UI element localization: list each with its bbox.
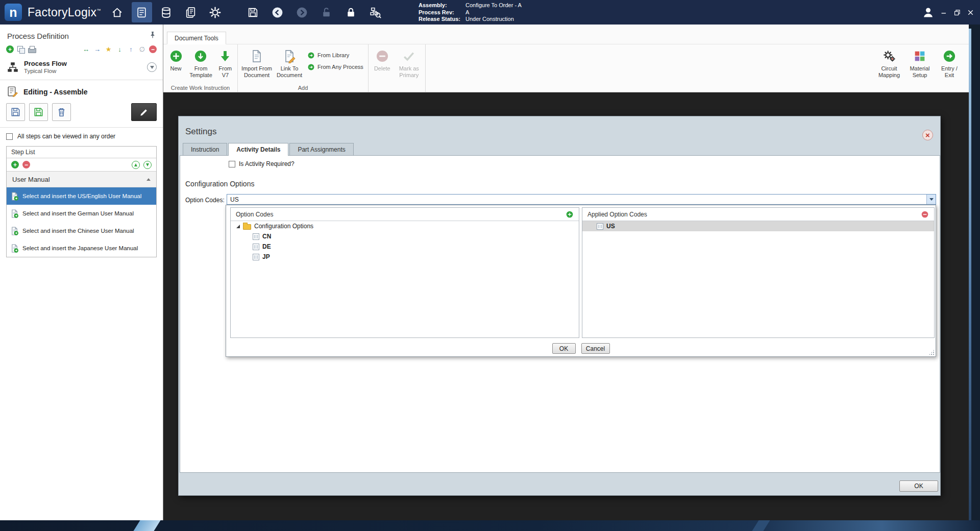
chevron-down-icon [929, 198, 934, 201]
tree-item[interactable]: JP [231, 252, 579, 262]
popup-cancel-button[interactable]: Cancel [581, 343, 610, 354]
edit-mode-button[interactable] [131, 103, 157, 121]
bottom-accent-2 [752, 520, 770, 531]
settings-button[interactable] [205, 2, 226, 22]
group-label: Add [238, 85, 368, 91]
document-arrow-icon [10, 244, 19, 253]
entry-exit-button[interactable]: Entry / Exit [936, 48, 963, 78]
tab-activity-details[interactable]: Activity Details [228, 143, 288, 156]
from-v7-button[interactable]: From V7 [215, 48, 235, 78]
restore-icon [953, 8, 962, 17]
material-setup-button[interactable]: Material Setup [905, 48, 934, 78]
save-button[interactable] [243, 2, 263, 22]
from-any-process-button[interactable]: From Any Process [305, 62, 365, 73]
mark-as-primary-button: Mark as Primary [395, 48, 423, 78]
applied-item-label: US [606, 223, 615, 230]
tree-item[interactable]: CN [231, 231, 579, 242]
check-icon [402, 49, 416, 63]
step-item[interactable]: Select and insert the US/English User Ma… [7, 187, 156, 205]
remove-icon[interactable] [149, 45, 157, 53]
process-search-icon [369, 6, 382, 19]
pin-icon[interactable] [149, 31, 158, 40]
new-button[interactable]: New [165, 48, 186, 72]
unlock-icon [320, 6, 333, 19]
combo-dropdown-button[interactable] [926, 195, 936, 204]
reports-button[interactable] [181, 2, 201, 22]
process-definition-button[interactable] [132, 2, 152, 22]
tree-item[interactable]: DE [231, 242, 579, 252]
import-icon[interactable] [115, 45, 124, 54]
process-rev-label: Process Rev: [419, 9, 465, 16]
any-order-checkbox[interactable] [6, 133, 13, 140]
applied-item[interactable]: US [582, 221, 934, 231]
expander-icon[interactable] [236, 225, 240, 228]
applied-list-title: Applied Option Codes [587, 211, 647, 218]
move-up-button[interactable] [132, 161, 140, 169]
tab-document-tools[interactable]: Document Tools [167, 32, 226, 44]
tree-root-row[interactable]: Configuration Options [231, 221, 579, 231]
process-definition-panel: Process Definition Process Flow Typical … [0, 25, 163, 520]
activity-required-checkbox[interactable] [229, 161, 235, 167]
release-status-value: Under Construction [465, 16, 514, 23]
tab-part-assignments[interactable]: Part Assignments [289, 143, 353, 155]
minimize-button[interactable] [940, 8, 948, 17]
copy-icon[interactable] [16, 45, 25, 54]
move-icon[interactable] [82, 45, 90, 54]
add-step-icon[interactable] [11, 161, 19, 168]
group-modify: Delete Mark as Primary [369, 44, 426, 92]
star-icon[interactable] [104, 45, 113, 54]
step-item[interactable]: Select and insert the Japanese User Manu… [7, 239, 156, 257]
disable-icon[interactable] [138, 45, 146, 54]
from-library-button[interactable]: From Library [305, 50, 365, 61]
forward-button [292, 2, 312, 22]
from-template-button[interactable]: From Template [187, 48, 214, 78]
data-management-button[interactable] [156, 2, 177, 22]
user-button[interactable] [921, 6, 935, 19]
gears-icon [882, 49, 896, 63]
option-codes-label: Option Codes: [185, 197, 225, 204]
remove-option-code-button[interactable] [921, 210, 929, 219]
window-controls [921, 0, 975, 25]
close-button[interactable] [966, 8, 975, 17]
logo-letter: n [9, 5, 17, 20]
ribbon: Document Tools New From Template From V7… [163, 25, 969, 92]
popup-ok-button[interactable]: OK [552, 343, 576, 354]
option-codes-popup: Option Codes Configuration Options CN [226, 205, 936, 357]
dialog-ok-button[interactable]: OK [899, 480, 938, 492]
import-from-document-button[interactable]: Import From Document [240, 48, 274, 78]
process-search-button[interactable] [365, 2, 386, 22]
back-button[interactable] [267, 2, 288, 22]
save-as-button[interactable] [29, 103, 48, 121]
dialog-close-icon[interactable] [922, 130, 933, 140]
lock-button[interactable] [341, 2, 361, 22]
add-icon[interactable] [6, 45, 14, 53]
home-button[interactable] [107, 2, 128, 22]
export-icon[interactable] [127, 45, 135, 54]
restore-button[interactable] [953, 8, 962, 17]
save-step-button[interactable] [6, 103, 25, 121]
remove-step-icon[interactable] [22, 161, 30, 168]
documents-icon [184, 6, 197, 19]
step-item[interactable]: Select and insert the Chinese User Manua… [7, 222, 156, 239]
assembly-info: Assembly:Configure To Order - A Process … [419, 2, 522, 23]
delete-step-button[interactable] [52, 103, 71, 121]
print-icon[interactable] [28, 45, 36, 54]
gear-icon [209, 6, 222, 19]
circuit-mapping-button[interactable]: Circuit Mapping [875, 48, 903, 78]
process-definition-icon [135, 6, 148, 19]
option-codes-combobox[interactable]: US [227, 194, 936, 205]
add-option-code-button[interactable] [566, 210, 574, 219]
step-group-header[interactable]: User Manual [7, 172, 156, 187]
expand-flow-button[interactable] [147, 62, 157, 72]
arrow-down-icon [146, 163, 149, 166]
tab-instruction[interactable]: Instruction [183, 143, 227, 155]
process-flow-row[interactable]: Process Flow Typical Flow [0, 58, 163, 80]
link-to-document-button[interactable]: Link To Document [275, 48, 304, 78]
step-item[interactable]: Select and insert the German User Manual [7, 205, 156, 222]
option-code-icon [253, 244, 259, 250]
forward-icon [296, 6, 308, 19]
bottom-accent [133, 520, 160, 531]
link-icon[interactable] [93, 45, 102, 54]
move-down-button[interactable] [143, 161, 152, 169]
process-rev-value: A [465, 9, 469, 16]
